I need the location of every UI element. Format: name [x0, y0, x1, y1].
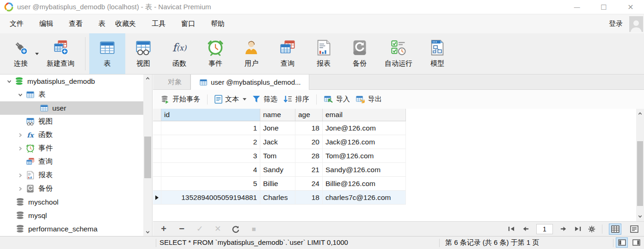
menu-file[interactable]: 文件: [2, 17, 31, 31]
toolbar-automation[interactable]: 自动运行: [378, 33, 419, 74]
grid-view-toggle[interactable]: [609, 224, 621, 235]
toolbar-model[interactable]: 模型: [419, 33, 455, 74]
tree-db-mysql[interactable]: mysql: [0, 209, 143, 222]
tree-events-folder[interactable]: 事件: [0, 142, 143, 155]
discard-changes-button[interactable]: ✕: [214, 225, 222, 233]
toolbar-functions[interactable]: f(x) 函数: [161, 33, 197, 74]
chevron-right-icon[interactable]: [17, 172, 24, 179]
column-header-name[interactable]: name: [260, 109, 295, 121]
table-row[interactable]: 3 Tom 28 Tom@126.com: [153, 149, 644, 163]
menu-window[interactable]: 窗口: [173, 17, 203, 31]
cell-age[interactable]: 28: [295, 149, 323, 163]
show-info-pane-toggle[interactable]: [630, 237, 642, 248]
cell-age[interactable]: 21: [295, 163, 323, 177]
maximize-button[interactable]: ☐: [590, 0, 617, 14]
toolbar-events[interactable]: 事件: [197, 33, 233, 74]
cell-email[interactable]: Sandy@126.com: [323, 163, 406, 177]
user-avatar[interactable]: [629, 16, 643, 32]
filter-button[interactable]: 筛选: [249, 93, 280, 106]
toolbar-tables[interactable]: 表: [89, 33, 125, 74]
cell-age[interactable]: 18: [295, 191, 323, 205]
last-page-icon[interactable]: [574, 226, 582, 232]
menu-table[interactable]: 表: [91, 17, 107, 31]
login-link[interactable]: 登录: [609, 19, 623, 28]
settings-gear-icon[interactable]: [588, 225, 595, 233]
menu-tools[interactable]: 工具: [144, 17, 173, 31]
cell-age[interactable]: 24: [295, 177, 323, 191]
toolbar-reports[interactable]: 报表: [306, 33, 342, 74]
tree-db-performance-schema[interactable]: performance_schema: [0, 222, 143, 236]
cell-email[interactable]: Jack@126.com: [323, 135, 406, 149]
scroll-down-icon[interactable]: [636, 212, 644, 220]
toolbar-connection[interactable]: 连接: [3, 33, 39, 74]
toolbar-users[interactable]: 用户: [233, 33, 270, 74]
chevron-right-icon[interactable]: [17, 185, 24, 193]
export-button[interactable]: 导出: [353, 93, 385, 106]
cell-email[interactable]: charles7c@126.com: [323, 191, 406, 205]
tab-objects[interactable]: 对象: [159, 75, 190, 89]
grid-scrollbar-thumb[interactable]: [637, 141, 643, 206]
toolbar-queries[interactable]: 查询: [270, 33, 306, 74]
cell-id[interactable]: 1352894005059194881: [161, 191, 260, 205]
column-header-age[interactable]: age: [295, 109, 323, 121]
chevron-right-icon[interactable]: [17, 145, 24, 152]
sidebar-scrollbar-thumb[interactable]: [144, 137, 151, 178]
text-view-button[interactable]: 文本: [212, 93, 249, 106]
chevron-right-icon[interactable]: [17, 131, 24, 139]
begin-transaction-button[interactable]: 开始事务: [158, 93, 203, 106]
form-view-toggle[interactable]: [628, 224, 640, 235]
tree-db-myschool[interactable]: myschool: [0, 195, 143, 209]
scroll-up-icon[interactable]: [143, 75, 152, 82]
connection-dropdown-caret[interactable]: [35, 53, 39, 55]
sort-button[interactable]: 排序: [280, 93, 312, 106]
tree-queries-folder[interactable]: 查询: [0, 155, 143, 168]
chevron-down-icon[interactable]: [17, 91, 24, 99]
table-row-current[interactable]: 1352894005059194881 Charles 18 charles7c…: [153, 191, 644, 205]
import-button[interactable]: 导入: [321, 93, 353, 106]
stop-button[interactable]: ■: [250, 225, 258, 233]
scroll-up-icon[interactable]: [636, 110, 644, 118]
table-row[interactable]: 2 Jack 20 Jack@126.com: [153, 135, 644, 149]
show-sidebar-toggle[interactable]: [616, 237, 628, 248]
tree-table-user[interactable]: user: [0, 101, 143, 115]
refresh-button[interactable]: [232, 225, 240, 233]
cell-id[interactable]: 1: [161, 121, 260, 135]
menu-edit[interactable]: 编辑: [31, 17, 61, 31]
minimize-button[interactable]: —: [564, 0, 590, 14]
tree-backup-folder[interactable]: 备份: [0, 182, 143, 195]
menu-favorites[interactable]: 收藏夹: [107, 17, 144, 31]
sidebar-scrollbar[interactable]: [143, 75, 153, 236]
table-row[interactable]: 4 Sandy 21 Sandy@126.com: [153, 163, 644, 177]
column-header-email[interactable]: email: [323, 109, 406, 121]
chevron-down-icon[interactable]: [6, 78, 13, 85]
delete-record-button[interactable]: −: [178, 225, 186, 233]
tree-views-folder[interactable]: 视图: [0, 115, 143, 128]
toolbar-backup[interactable]: 备份: [342, 33, 378, 74]
cell-email[interactable]: Jone@126.com: [323, 121, 406, 135]
first-page-icon[interactable]: [508, 226, 515, 232]
cell-id[interactable]: 2: [161, 135, 260, 149]
tree-functions-folder[interactable]: fx 函数: [0, 128, 143, 142]
apply-changes-button[interactable]: ✓: [196, 225, 204, 233]
cell-id[interactable]: 4: [161, 163, 260, 177]
toolbar-views[interactable]: 视图: [125, 33, 161, 74]
close-button[interactable]: ✕: [617, 0, 644, 14]
cell-name[interactable]: Jack: [260, 135, 295, 149]
tree-db-mybatisplus-demodb[interactable]: mybatisplus_demodb: [0, 75, 143, 88]
cell-id[interactable]: 5: [161, 177, 260, 191]
cell-email[interactable]: Billie@126.com: [323, 177, 406, 191]
table-row[interactable]: 1 Jone 18 Jone@126.com: [153, 121, 644, 135]
cell-age[interactable]: 20: [295, 135, 323, 149]
next-page-icon[interactable]: [559, 226, 567, 232]
add-record-button[interactable]: +: [159, 225, 168, 233]
column-header-id[interactable]: id: [161, 109, 260, 121]
cell-id[interactable]: 3: [161, 149, 260, 163]
tab-user-table[interactable]: user @mybatisplus_demod...: [190, 75, 309, 90]
scroll-down-icon[interactable]: [143, 228, 152, 236]
cell-name[interactable]: Tom: [260, 149, 295, 163]
cell-name[interactable]: Billie: [260, 177, 295, 191]
menu-help[interactable]: 帮助: [203, 17, 233, 31]
tree-tables-folder[interactable]: 表: [0, 88, 143, 101]
previous-page-icon[interactable]: [522, 226, 530, 232]
cell-age[interactable]: 18: [295, 121, 323, 135]
